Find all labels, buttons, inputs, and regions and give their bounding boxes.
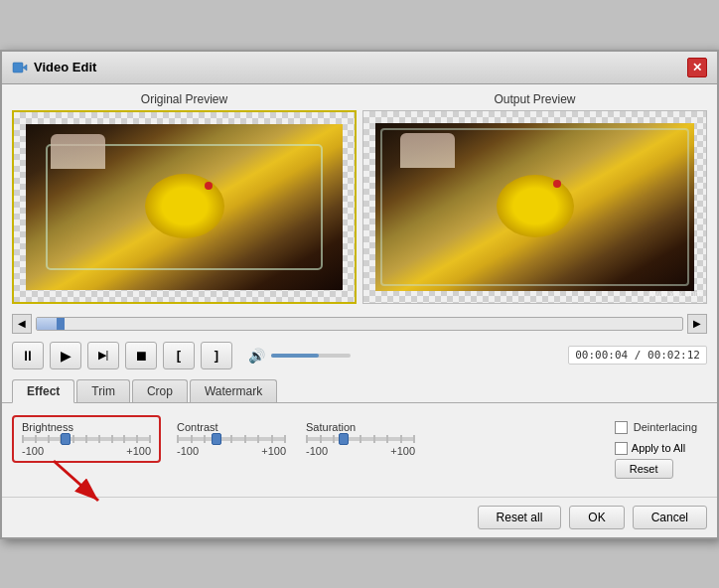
preview-section: Original Preview Output Preview <box>2 84 717 310</box>
volume-icon: 🔊 <box>248 348 265 364</box>
dialog-title: Video Edit <box>34 60 96 74</box>
timeline-track[interactable] <box>36 317 683 331</box>
saturation-min: -100 <box>306 445 328 457</box>
svg-rect-0 <box>13 63 23 73</box>
original-video-image <box>26 124 343 290</box>
deinterlacing-label: Deinterlacing <box>634 421 697 433</box>
pause-button[interactable]: ⏸ <box>12 342 44 369</box>
brightness-label: Brightness <box>22 421 73 433</box>
title-bar-left: Video Edit <box>12 60 96 75</box>
tab-watermark[interactable]: Watermark <box>190 379 277 402</box>
effect-section: Brightness -100 +100 <box>2 403 717 497</box>
mark-out-button[interactable]: ] <box>201 342 232 369</box>
video-edit-dialog: Video Edit ✕ Original Preview Output Pre… <box>0 50 719 539</box>
saturation-group: Saturation -100 +100 <box>296 415 425 463</box>
saturation-values: -100 +100 <box>306 445 415 457</box>
saturation-thumb[interactable] <box>339 433 349 445</box>
apply-group: Apply to All Reset <box>615 442 685 479</box>
brightness-group: Brightness -100 +100 <box>12 415 161 463</box>
output-preview-canvas: www.xxx.com <box>362 110 707 304</box>
deinterlacing-row: Deinterlacing <box>615 421 697 434</box>
brightness-min: -100 <box>22 445 44 457</box>
saturation-track[interactable] <box>306 437 415 441</box>
nav-section: ⏸ ▶ ▶| ⏹ [ ] 🔊 00:00:04 / 00:02:12 <box>2 338 717 373</box>
brightness-max: +100 <box>126 445 151 457</box>
timeline-fill <box>37 318 57 330</box>
brightness-track[interactable] <box>22 437 151 441</box>
timeline-row: ◀ ▶ <box>2 310 717 338</box>
apply-to-all-checkbox[interactable] <box>615 442 628 455</box>
play-button[interactable]: ▶ <box>50 342 81 369</box>
next-frame-button[interactable]: ▶| <box>87 342 119 369</box>
contrast-min: -100 <box>177 445 199 457</box>
svg-line-3 <box>54 461 98 501</box>
video-icon <box>12 60 28 75</box>
output-video-image <box>375 123 694 291</box>
contrast-track[interactable] <box>177 437 286 441</box>
cancel-button[interactable]: Cancel <box>633 506 707 529</box>
egg-yolk <box>145 174 224 238</box>
contrast-label: Contrast <box>177 421 218 433</box>
original-preview-label: Original Preview <box>141 92 227 106</box>
apply-to-row: Apply to All <box>615 442 685 455</box>
deinterlacing-checkbox[interactable] <box>615 421 628 434</box>
mark-in-button[interactable]: [ <box>163 342 195 369</box>
close-button[interactable]: ✕ <box>687 58 707 77</box>
svg-marker-1 <box>23 65 27 71</box>
contrast-max: +100 <box>261 445 286 457</box>
volume-fill <box>271 354 319 358</box>
tab-crop[interactable]: Crop <box>132 379 188 402</box>
tab-trim[interactable]: Trim <box>76 379 130 402</box>
original-preview-canvas <box>12 110 357 304</box>
contrast-values: -100 +100 <box>177 445 286 457</box>
contrast-group: Contrast -100 +100 <box>167 415 296 463</box>
timeline-start-btn[interactable]: ◀ <box>12 314 32 334</box>
saturation-dots <box>306 435 415 443</box>
contrast-thumb[interactable] <box>212 433 221 445</box>
output-preview-label: Output Preview <box>494 92 575 106</box>
red-arrow <box>44 456 123 515</box>
output-preview-panel: Output Preview www.xxx.com <box>362 92 707 304</box>
right-controls: Deinterlacing Apply to All Reset <box>605 415 707 485</box>
watermark-text: www.xxx.com <box>647 289 702 299</box>
volume-slider[interactable] <box>271 354 351 358</box>
ok-button[interactable]: OK <box>569 506 624 529</box>
tabs: Effect Trim Crop Watermark <box>12 379 707 402</box>
reset-all-button[interactable]: Reset all <box>478 506 562 529</box>
brightness-thumb[interactable] <box>61 433 71 445</box>
time-display: 00:00:04 / 00:02:12 <box>568 346 707 365</box>
tabs-section: Effect Trim Crop Watermark <box>2 373 717 403</box>
timeline-end-btn[interactable]: ▶ <box>687 314 707 334</box>
brightness-dots <box>22 435 151 443</box>
tab-effect[interactable]: Effect <box>12 379 74 403</box>
saturation-max: +100 <box>390 445 415 457</box>
contrast-dots <box>177 435 286 443</box>
original-preview-panel: Original Preview <box>12 92 357 304</box>
saturation-label: Saturation <box>306 421 356 433</box>
title-bar: Video Edit ✕ <box>2 52 717 84</box>
timeline-handle[interactable] <box>57 318 65 330</box>
apply-to-all-label: Apply to All <box>632 442 685 454</box>
reset-button[interactable]: Reset <box>615 459 673 479</box>
stop-button[interactable]: ⏹ <box>125 342 157 369</box>
effect-controls: Brightness -100 +100 <box>12 415 707 485</box>
